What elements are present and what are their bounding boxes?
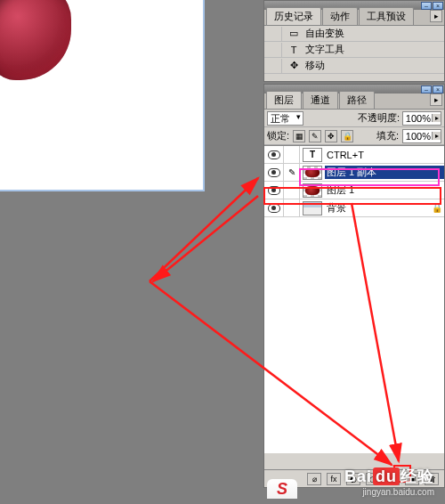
- canvas-subject: [0, 0, 71, 80]
- layers-tabs: 图层 通道 路径: [264, 93, 444, 110]
- tab-actions[interactable]: 动作: [322, 7, 358, 25]
- annotation-highlight-pink: [299, 168, 440, 186]
- tab-channels[interactable]: 通道: [303, 91, 338, 109]
- visibility-toggle[interactable]: [264, 146, 284, 163]
- watermark-logo: S: [267, 479, 297, 499]
- fx-button[interactable]: fx: [327, 473, 341, 485]
- svg-line-0: [150, 178, 258, 281]
- link-toggle[interactable]: ✎: [284, 164, 300, 181]
- close-button[interactable]: ×: [433, 85, 443, 93]
- minimize-button[interactable]: –: [421, 85, 432, 93]
- lock-transparency-button[interactable]: ▦: [293, 130, 305, 142]
- opacity-stepper[interactable]: ▸: [432, 114, 441, 122]
- tab-tool-presets[interactable]: 工具预设: [359, 7, 414, 25]
- document-canvas[interactable]: [0, 0, 205, 191]
- watermark-text: 经验: [400, 467, 434, 485]
- history-slot: [264, 43, 282, 57]
- history-item-label: 自由变换: [305, 27, 344, 40]
- lock-pixels-button[interactable]: ✎: [309, 130, 321, 142]
- opacity-field[interactable]: ▸: [402, 111, 441, 126]
- history-item-label: 移动: [305, 59, 325, 72]
- tab-paths[interactable]: 路径: [339, 91, 375, 109]
- text-layer-thumb: T: [303, 148, 322, 162]
- opacity-label: 不透明度:: [358, 111, 400, 125]
- opacity-input[interactable]: [403, 113, 432, 124]
- eye-icon: [268, 150, 280, 159]
- watermark-text: du: [373, 467, 400, 485]
- move-icon: ✥: [287, 60, 300, 72]
- watermark: Baidu经验 jingyan.baidu.com: [344, 466, 434, 497]
- watermark-text: Bai: [344, 467, 372, 485]
- tab-history[interactable]: 历史记录: [266, 7, 321, 25]
- minimize-button[interactable]: –: [421, 2, 432, 10]
- eye-icon: [268, 204, 280, 213]
- fill-stepper[interactable]: ▸: [432, 132, 441, 140]
- history-tabs: 历史记录 动作 工具预设: [264, 10, 444, 26]
- fill-field[interactable]: ▸: [402, 129, 441, 143]
- blend-mode-select[interactable]: 正常: [267, 111, 303, 126]
- panel-menu-button[interactable]: ▸: [430, 10, 442, 22]
- lock-position-button[interactable]: ✥: [325, 130, 337, 142]
- panel-menu-button[interactable]: ▸: [430, 93, 442, 106]
- eye-icon: [268, 168, 280, 177]
- layers-panel: – × 图层 通道 路径 ▸ 正常 不透明度: ▸ 锁定: ▦ ✎ ✥ 🔒 填充…: [263, 84, 445, 488]
- layer-row[interactable]: T CTRL+T: [264, 146, 444, 164]
- history-list: ▭ 自由变换 T 文字工具 ✥ 移动: [264, 26, 444, 81]
- history-slot: [264, 27, 282, 41]
- layer-name[interactable]: CTRL+T: [325, 150, 444, 160]
- layers-options-row: 正常 不透明度: ▸: [264, 110, 444, 127]
- link-layers-button[interactable]: ⌀: [307, 473, 321, 485]
- history-slot: [264, 59, 282, 73]
- visibility-toggle[interactable]: [264, 164, 284, 181]
- transform-icon: ▭: [287, 28, 300, 40]
- annotation-highlight-red: [263, 187, 441, 205]
- history-item[interactable]: T 文字工具: [264, 42, 444, 58]
- lock-label: 锁定:: [267, 129, 289, 142]
- watermark-url: jingyan.baidu.com: [344, 487, 434, 497]
- history-item[interactable]: ✥ 移动: [264, 58, 444, 74]
- tab-layers[interactable]: 图层: [266, 91, 302, 109]
- history-panel: – × 历史记录 动作 工具预设 ▸ ▭ 自由变换 T 文字工具 ✥ 移动: [263, 0, 445, 82]
- lock-all-button[interactable]: 🔒: [341, 130, 353, 142]
- lock-row: 锁定: ▦ ✎ ✥ 🔒 填充: ▸: [264, 127, 444, 145]
- link-toggle[interactable]: [284, 146, 300, 163]
- history-item[interactable]: ▭ 自由变换: [264, 26, 444, 42]
- fill-input[interactable]: [403, 131, 432, 142]
- svg-line-1: [153, 196, 258, 281]
- fill-label: 填充:: [376, 129, 399, 142]
- history-item-label: 文字工具: [305, 43, 344, 56]
- close-button[interactable]: ×: [433, 2, 443, 10]
- type-icon: T: [287, 44, 300, 56]
